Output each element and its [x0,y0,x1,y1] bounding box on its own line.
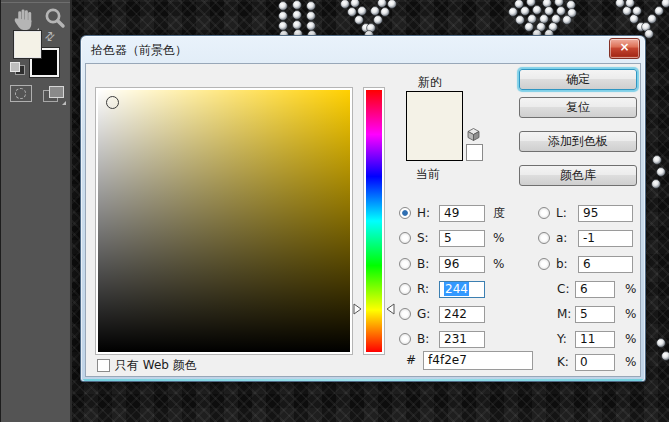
quick-mask-circle [15,88,26,99]
y-unit: % [625,332,636,346]
h-input[interactable] [439,205,485,222]
radio-s[interactable] [399,232,411,244]
b-input[interactable] [439,256,485,273]
radio-l[interactable] [538,207,550,219]
new-color-swatch [407,92,462,126]
color-field[interactable] [95,87,353,355]
k-label: K: [557,355,573,369]
r-selected-text: 244 [444,282,469,296]
screen-mode-icon[interactable] [43,86,63,102]
radio-a[interactable] [538,232,550,244]
lab-b-input[interactable] [578,256,633,273]
h-unit: 度 [493,205,505,222]
h-label: H: [417,206,437,220]
l-label: L: [556,206,576,220]
s-input[interactable] [439,230,485,247]
radio-g[interactable] [399,308,411,320]
hex-input[interactable] [423,351,533,370]
web-safe-color-swatch[interactable] [466,144,483,161]
hand-tool-icon[interactable] [11,6,39,32]
default-foreground-square [10,62,20,72]
field-row-lab-b: b: [538,255,633,273]
web-only-checkbox[interactable] [97,359,110,372]
color-libraries-button[interactable]: 颜色库 [519,165,637,186]
field-row-s: S: % [399,229,504,247]
k-unit: % [625,355,636,369]
g-label: G: [417,307,437,321]
y-label: Y: [557,332,573,346]
ok-button[interactable]: 确定 [519,69,637,90]
radio-lab-b[interactable] [538,258,550,270]
m-label: M: [557,307,573,321]
web-color-cube-icon [465,127,482,142]
hue-slider-right-arrow-icon[interactable] [386,303,395,315]
r-input[interactable]: 244 [439,281,485,298]
close-icon[interactable]: × [609,38,640,59]
quick-mask-icon[interactable] [10,85,32,102]
field-row-m: M: % [538,305,636,323]
lab-b-label: b: [556,257,576,271]
radio-h[interactable] [399,207,411,219]
field-row-h: H: 度 [399,204,505,222]
hue-gradient [366,90,382,352]
color-picker-dialog: 拾色器（前景色） × 新的 当前 确定 复位 添加到色板 颜色库 H: [80,35,646,382]
l-input[interactable] [578,205,633,222]
screen-mode-front-rect [49,86,64,98]
s-unit: % [493,231,504,245]
default-colors-icon[interactable] [10,62,25,75]
b2-label: B: [417,332,437,346]
g-input[interactable] [439,306,485,323]
b-unit: % [493,257,504,271]
b2-input[interactable] [439,331,485,348]
tools-panel: ⇄ [0,0,72,422]
field-row-y: Y: % [538,330,636,348]
y-input[interactable] [575,331,615,348]
r-label: R: [417,282,437,296]
add-to-swatches-button[interactable]: 添加到色板 [519,131,637,152]
c-input[interactable] [575,281,615,298]
web-only-label: 只有 Web 颜色 [115,357,197,374]
field-row-g: G: [399,305,485,323]
field-row-b: B: % [399,255,504,273]
c-label: C: [557,282,573,296]
field-row-r: R: 244 [399,280,485,298]
hex-prefix: # [406,353,416,367]
hex-row: # [406,350,533,370]
field-row-l: L: [538,204,633,222]
color-field-marker[interactable] [106,96,119,109]
current-color-swatch[interactable] [407,126,462,160]
k-input[interactable] [575,354,615,371]
m-input[interactable] [575,306,615,323]
field-row-a: a: [538,229,633,247]
dialog-titlebar[interactable]: 拾色器（前景色） × [81,36,645,63]
web-only-row: 只有 Web 颜色 [97,357,197,374]
m-unit: % [625,307,636,321]
radio-b[interactable] [399,258,411,270]
current-color-label: 当前 [416,166,440,183]
reset-button[interactable]: 复位 [519,97,637,118]
color-preview-swatch [406,91,463,161]
field-row-c: C: % [538,280,636,298]
field-row-b2: B: [399,330,485,348]
field-row-k: K: % [538,353,636,371]
radio-r[interactable] [399,283,411,295]
a-label: a: [556,231,576,245]
color-field-gradient [98,90,350,352]
hue-slider-left-arrow-icon[interactable] [353,303,362,315]
new-color-label: 新的 [418,74,442,91]
s-label: S: [417,231,437,245]
c-unit: % [625,282,636,296]
b-label: B: [417,257,437,271]
dialog-title: 拾色器（前景色） [91,42,187,59]
radio-b2[interactable] [399,333,411,345]
foreground-color-swatch[interactable] [14,31,41,58]
toolbar-divider [1,2,70,3]
hue-slider[interactable] [363,87,385,355]
a-input[interactable] [578,230,633,247]
